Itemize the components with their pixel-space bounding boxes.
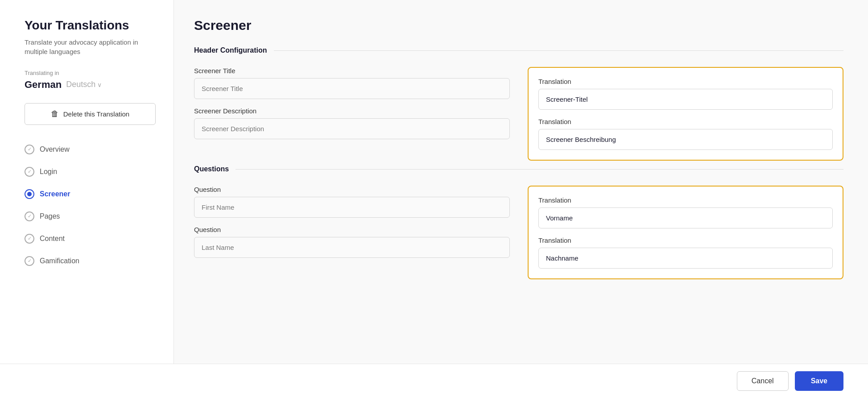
questions-fields-layout: Question Question Translation [194,186,843,279]
header-right-col: Translation Translation [519,67,843,161]
sidebar-item-screener[interactable]: Screener [25,183,156,205]
screener-title-translation-row: Translation [538,78,833,110]
first-name-row: Question [194,186,510,218]
screener-title-translation-label: Translation [538,78,833,85]
language-native-dropdown[interactable]: Deutsch ∨ [66,80,102,89]
first-name-input[interactable] [194,197,510,218]
sidebar-item-content[interactable]: ✓ Content [25,228,156,250]
cancel-button[interactable]: Cancel [737,371,789,391]
questions-label: Questions [194,165,229,173]
questions-translation-box: Translation Translation [528,186,843,279]
language-name: German [25,79,62,91]
screener-description-input[interactable] [194,118,510,139]
trash-icon: 🗑 [51,109,59,119]
pages-check-icon: ✓ [25,211,34,221]
screener-description-row: Screener Description [194,107,510,139]
sidebar-item-pages[interactable]: ✓ Pages [25,205,156,228]
sidebar: Your Translations Translate your advocac… [0,0,174,364]
first-name-translation-row: Translation [538,196,833,228]
question-2-translation-label: Translation [538,236,833,244]
sidebar-item-login[interactable]: ✓ Login [25,161,156,183]
last-name-row: Question [194,226,510,258]
questions-section-header: Questions [194,165,843,173]
header-configuration-section: Header Configuration [194,46,843,54]
sidebar-item-overview[interactable]: ✓ Overview [25,138,156,161]
questions-right-col: Translation Translation [519,186,843,279]
questions-section: Questions Question Question [194,165,843,279]
last-name-input[interactable] [194,237,510,258]
sidebar-item-gamification[interactable]: ✓ Gamification [25,250,156,272]
sidebar-title: Your Translations [25,18,156,33]
footer: Cancel Save [0,364,868,398]
login-check-icon: ✓ [25,167,34,177]
last-name-translation-input[interactable] [538,248,833,269]
question-2-label: Question [194,226,510,233]
header-translation-box: Translation Translation [528,67,843,161]
overview-check-icon: ✓ [25,145,34,154]
screener-title-label: Screener Title [194,67,510,75]
header-left-col: Screener Title Screener Description [194,67,519,161]
screener-title-input[interactable] [194,78,510,99]
question-1-translation-label: Translation [538,196,833,204]
screener-check-icon [25,189,34,199]
header-config-label: Header Configuration [194,46,267,54]
page-title: Screener [194,18,843,33]
sidebar-nav: ✓ Overview ✓ Login Screener ✓ Pa [25,138,156,272]
questions-divider [236,169,843,170]
last-name-translation-row: Translation [538,236,833,269]
screener-description-translation-input[interactable] [538,129,833,150]
screener-title-translation-input[interactable] [538,89,833,110]
content-check-icon: ✓ [25,234,34,244]
header-fields-layout: Screener Title Screener Description Tran… [194,67,843,161]
screener-description-label: Screener Description [194,107,510,115]
question-1-label: Question [194,186,510,193]
screener-description-translation-label: Translation [538,118,833,125]
chevron-down-icon: ∨ [97,81,102,88]
translating-label: Translating in [25,70,156,76]
sidebar-subtitle: Translate your advocacy application in m… [25,37,156,56]
section-divider [274,50,843,51]
language-selector: German Deutsch ∨ [25,79,156,91]
first-name-translation-input[interactable] [538,207,833,228]
screener-description-translation-row: Translation [538,118,833,150]
main-content: Screener Header Configuration Screener T… [174,0,868,364]
save-button[interactable]: Save [795,371,843,391]
questions-left-col: Question Question [194,186,519,279]
gamification-check-icon: ✓ [25,256,34,266]
screener-title-row: Screener Title [194,67,510,99]
delete-translation-button[interactable]: 🗑 Delete this Translation [25,103,156,125]
